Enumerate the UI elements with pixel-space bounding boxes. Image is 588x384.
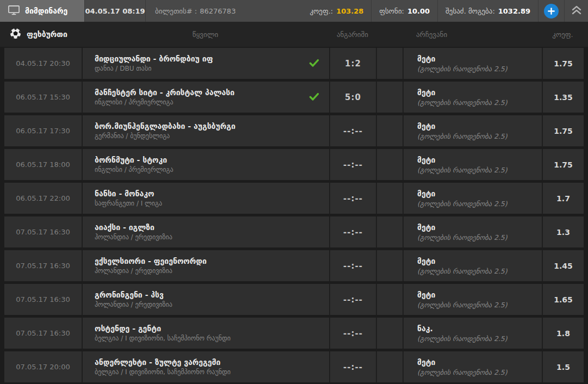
match-score: --:--: [329, 216, 376, 247]
possible-win-label: შესაძ. მოგება:: [445, 7, 495, 15]
match-pair: მიდციულანდი - ბრონდბიუ იფ: [95, 53, 329, 64]
possible-win-group: შესაძ. მოგება: 1032.89: [437, 0, 538, 22]
selection-detail: (გოლების რაოდენობა 2.5): [417, 300, 542, 310]
match-score: --:--: [329, 351, 376, 382]
total-coef-label: კოეფ.:: [310, 7, 333, 15]
match-datetime: 07.05.17 16:30: [4, 284, 82, 315]
total-coef-value: 103.28: [336, 7, 363, 15]
bet-row: 06.05.17 17:30 ბორ.მიუნჰენგლადბახი - აუგ…: [4, 115, 584, 146]
bet-row: 07.05.17 20:00 ანდერლეხტი - ზულტე ვარეგე…: [4, 351, 584, 382]
table-header: ფეხბურთი წყვილი ანგარიში არჩევანი კოეფ.: [0, 22, 588, 47]
ticket-datetime: 04.05.17 08:19: [84, 0, 145, 22]
ticket-number-group: ბილეთის# : 86276783: [145, 0, 302, 22]
selection-name: მეტი: [417, 256, 542, 267]
match-league: ჰოლანდია / ერედივიზია: [95, 267, 329, 276]
match-pair-cell: ბორ.მიუნჰენგლადბახი - აუგსბურგი გერმანია…: [82, 115, 329, 146]
selection-coef: 1.7: [542, 183, 584, 214]
match-score: --:--: [329, 284, 376, 315]
match-datetime: 06.05.17 15:30: [4, 82, 82, 113]
match-score: --:--: [329, 250, 376, 281]
spacer-cell: [376, 318, 403, 349]
bet-row: 06.05.17 22:00 ნანსი - მონაკო საფრანგეთი…: [4, 183, 584, 214]
bet-row: 07.05.17 16:30 ოსტენდე - გენტი ბელგია / …: [4, 318, 584, 349]
bet-rows: 04.05.17 20:30 მიდციულანდი - ბრონდბიუ იფ…: [0, 47, 588, 382]
match-league: საფრანგეთი / I ლიგა: [95, 199, 329, 208]
selection-detail: (გოლების რაოდენობა 2.5): [417, 199, 542, 209]
collapse-button[interactable]: [564, 0, 588, 22]
match-pair: მანჩესტერ სიტი - კრისტალ პალასი: [95, 87, 329, 98]
spacer-cell: [376, 284, 403, 315]
ticket-number-label: ბილეთის# :: [155, 7, 197, 15]
spacer-cell: [376, 250, 403, 281]
selection-name: მეტი: [417, 53, 542, 64]
match-datetime: 07.05.17 16:30: [4, 216, 82, 247]
match-league: ბელგია / I დივიზიონი, საჩემპიონო რაუნდი: [95, 368, 329, 377]
column-header-pair: წყვილი: [82, 30, 329, 39]
match-pair-cell: მანჩესტერ სიტი - კრისტალ პალასი ინგლისი …: [82, 82, 329, 113]
add-bet-button[interactable]: [538, 0, 564, 22]
match-score: --:--: [329, 115, 376, 146]
selection-coef: 1.8: [542, 318, 584, 349]
match-pair: აიაქსი - იგლზი: [95, 222, 329, 233]
bet-row: 07.05.17 16:30 ექსელსიორი - ფეიენოორდი ჰ…: [4, 250, 584, 281]
match-score: 5:0: [329, 82, 376, 113]
match-league: გერმანია / ბუნდესლიგა: [95, 132, 329, 141]
selection-cell: მეტი (გოლების რაოდენობა 2.5): [403, 183, 542, 214]
match-pair-cell: ოსტენდე - გენტი ბელგია / I დივიზიონი, სა…: [82, 318, 329, 349]
match-datetime: 06.05.17 22:00: [4, 183, 82, 214]
topbar: მიმდინარე 04.05.17 08:19 ბილეთის# : 8627…: [0, 0, 588, 22]
selection-coef: 1.75: [542, 149, 584, 180]
match-league: ჰოლანდია / ერედივიზია: [95, 300, 329, 309]
selection-detail: (გოლების რაოდენობა 2.5): [417, 165, 542, 175]
selection-name: მეტი: [417, 289, 542, 300]
stake-label: ფსონი:: [379, 7, 404, 15]
bet-row: 07.05.17 16:30 აიაქსი - იგლზი ჰოლანდია /…: [4, 216, 584, 247]
match-pair: ბორნმუტი - სტოკი: [95, 154, 329, 165]
sport-label: ფეხბურთი: [27, 30, 67, 39]
match-pair: ოსტენდე - გენტი: [95, 323, 329, 334]
selection-cell: მეტი (გოლების რაოდენობა 2.5): [403, 250, 542, 281]
column-header-selection: არჩევანი: [403, 30, 542, 39]
tab-current-label: მიმდინარე: [25, 7, 67, 15]
match-datetime: 06.05.17 17:30: [4, 115, 82, 146]
match-pair: ექსელსიორი - ფეიენოორდი: [95, 256, 329, 267]
selection-name: ნაკ.: [417, 323, 542, 334]
selection-detail: (გოლების რაოდენობა 2.5): [417, 334, 542, 344]
match-league: ბელგია / I დივიზიონი, საჩემპიონო რაუნდი: [95, 334, 329, 343]
match-pair: ანდერლეხტი - ზულტე ვარეგემი: [95, 357, 329, 368]
spacer-cell: [376, 48, 403, 79]
selection-cell: მეტი (გოლების რაოდენობა 2.5): [403, 48, 542, 79]
match-pair-cell: გრონინგენი - პსვ ჰოლანდია / ერედივიზია: [82, 284, 329, 315]
selection-name: მეტი: [417, 154, 542, 165]
selection-coef: 1.45: [542, 250, 584, 281]
match-pair-cell: ანდერლეხტი - ზულტე ვარეგემი ბელგია / I დ…: [82, 351, 329, 382]
bet-row: 06.05.17 15:30 მანჩესტერ სიტი - კრისტალ …: [4, 82, 584, 113]
selection-name: მეტი: [417, 222, 542, 233]
match-league: დანია / DBU თასი: [95, 64, 329, 73]
tab-current-bets[interactable]: მიმდინარე: [0, 0, 84, 22]
column-header-score: ანგარიში: [329, 30, 376, 39]
selection-cell: მეტი (გოლების რაოდენობა 2.5): [403, 115, 542, 146]
match-datetime: 07.05.17 16:30: [4, 318, 82, 349]
monitor-icon: [8, 5, 20, 17]
selection-name: მეტი: [417, 87, 542, 98]
match-datetime: 07.05.17 20:00: [4, 351, 82, 382]
selection-coef: 1.5: [542, 351, 584, 382]
selection-cell: მეტი (გოლების რაოდენობა 2.5): [403, 284, 542, 315]
total-coef-group: კოეფ.: 103.28: [302, 0, 371, 22]
selection-coef: 1.75: [542, 115, 584, 146]
selection-cell: მეტი (გოლების რაოდენობა 2.5): [403, 149, 542, 180]
match-datetime: 04.05.17 20:30: [4, 48, 82, 79]
match-pair-cell: მიდციულანდი - ბრონდბიუ იფ დანია / DBU თა…: [82, 48, 329, 79]
selection-cell: ნაკ. (გოლების რაოდენობა 2.5): [403, 318, 542, 349]
stake-value: 10.00: [407, 7, 430, 15]
plus-icon: [544, 4, 559, 18]
match-league: ინგლისი / პრემიერლიგა: [95, 98, 329, 107]
won-check-icon: [309, 92, 319, 101]
match-score: --:--: [329, 149, 376, 180]
spacer-cell: [376, 82, 403, 113]
bet-row: 04.05.17 20:30 მიდციულანდი - ბრონდბიუ იფ…: [4, 48, 584, 79]
match-league: ჰოლანდია / ერედივიზია: [95, 233, 329, 242]
spacer-cell: [376, 115, 403, 146]
selection-coef: 1.75: [542, 48, 584, 79]
